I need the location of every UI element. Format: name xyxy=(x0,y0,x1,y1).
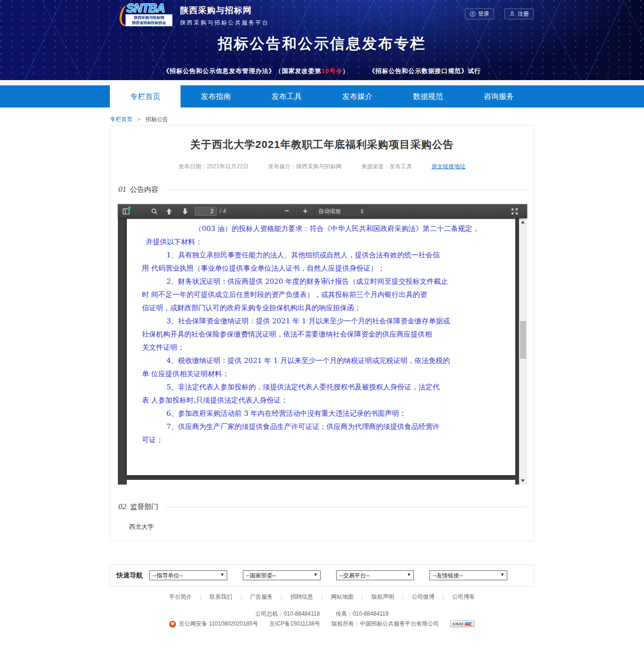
section-title: 公告内容 xyxy=(130,185,158,194)
publish-media: 发布媒介：陕西采购与招标网 xyxy=(268,163,342,170)
original-link[interactable]: 原文链接地址 xyxy=(431,163,465,170)
nav-tab-publish-guide[interactable]: 发布指南 xyxy=(181,85,251,107)
quick-nav-select-wrap: --国家部委-- xyxy=(243,570,321,580)
footer-link-contact-us[interactable]: 联系我们 xyxy=(204,593,239,601)
pdf-text-line: （003 油）的投标人资格能力要求：符合《中华人民共和国政府采购法》第二十二条规… xyxy=(142,222,496,235)
pdf-text-line: 并提供以下材料： xyxy=(142,235,496,248)
pdf-viewer: / 4 − + 自动缩放 （003 油）的投标人资格能力要求：符合《中华人 xyxy=(118,204,527,485)
quick-nav-select-wrap: --交易平台-- xyxy=(336,570,414,580)
pdf-page-text: （003 油）的投标人资格能力要求：符合《中华人民共和国政府采购法》第二十二条规… xyxy=(127,219,515,446)
section-number: 01 xyxy=(118,185,126,194)
footer: 平台简介 ｜ 联系我们 ｜ 广告服务 ｜ 招聘信息 ｜ 网站地图 ｜ 版权声明 … xyxy=(0,593,644,628)
main-nav-inner: 专栏首页 发布指南 发布工具 发布媒介 数据规范 咨询服务 xyxy=(110,85,534,107)
national-ministries-select[interactable]: --国家部委-- xyxy=(243,570,321,580)
copyright-owner: 版权所有：中国招标公共服务平台有限公司 xyxy=(331,620,439,628)
footer-link-blog[interactable]: 公司博客 xyxy=(446,593,481,601)
nav-tab-consulting[interactable]: 咨询服务 xyxy=(463,85,534,107)
pdf-text-line: 社保机构开具的社会保险参保缴费情况证明，依法不需要缴纳社会保障资金的供应商应提供… xyxy=(142,328,496,341)
section-divider xyxy=(166,507,527,507)
pdf-text-line: 单 位应提供相关证明材料； xyxy=(142,367,496,380)
login-button[interactable]: 登录 xyxy=(465,8,494,19)
pdf-prev-page-button[interactable] xyxy=(165,207,173,215)
pdf-toolbar: / 4 − + 自动缩放 xyxy=(118,204,527,218)
quick-nav-select-wrap: --指导单位-- xyxy=(149,570,227,580)
scroll-up-icon[interactable] xyxy=(521,221,525,223)
footer-link-platform-intro[interactable]: 平台简介 xyxy=(163,593,198,601)
register-label: 注册 xyxy=(518,10,529,18)
footer-link-recruitment[interactable]: 招聘信息 xyxy=(284,593,319,601)
toolbar-separator xyxy=(177,207,177,215)
pdf-content-area[interactable]: （003 油）的投标人资格能力要求：符合《中华人民共和国政府采购法》第二十二条规… xyxy=(118,218,519,485)
logo-graphic: SNTBA 陕西采购与招标网 陕西省招标投标协会 xyxy=(119,2,176,28)
regulation-1[interactable]: 《招标公告和公示信息发布管理办法》（国家发改委第10号令） xyxy=(163,67,349,74)
quick-nav-bar: 快速导航 --指导单位-- --国家部委-- --交易平台-- --友情链接-- xyxy=(110,564,534,586)
regulation-1-order-no: 10号令 xyxy=(322,67,342,74)
pdf-presentation-mode-button[interactable] xyxy=(510,207,519,215)
pdf-page-2: （003 油）的投标人资格能力要求：符合《中华人民共和国政府采购法》第二十二条规… xyxy=(127,219,515,475)
footer-link-copyright-notice[interactable]: 版权声明 xyxy=(365,593,400,601)
section-title: 监督部门 xyxy=(130,502,158,511)
pdf-scrollbar[interactable] xyxy=(519,218,527,485)
footer-link-separator: ｜ xyxy=(400,593,406,601)
pdf-text-line: 3、社会保障资金缴纳证明：提供 2021 年 1 月以来至少一个月的社会保障资金… xyxy=(142,314,496,328)
section-announcement-content: 01 公告内容 xyxy=(118,185,527,194)
pdf-text-line: 4、税收缴纳证明：提供 2021 年 1 月以来至少一个月的纳税证明或完税证明，… xyxy=(142,354,496,367)
article-title: 关于西北大学2021年教职工年底福利采购项目采购公告 xyxy=(110,138,534,152)
pdf-zoom-select[interactable]: 自动缩放 xyxy=(315,206,367,216)
pdf-zoom-in-button[interactable]: + xyxy=(301,206,309,216)
pdf-sidebar-toggle-button[interactable] xyxy=(122,207,130,215)
icp-beian-number[interactable]: 京ICP备15011138号 xyxy=(269,620,320,628)
trading-platform-select[interactable]: --交易平台-- xyxy=(336,570,414,580)
pdf-text-line: 用 代码营业执照（事业单位提供事业单位法人证书，自然人应提供身份证）； xyxy=(142,262,496,275)
logo-seal: 陕西采购与招标网 陕西省招标投标协会 xyxy=(125,14,173,26)
footer-link-weibo[interactable]: 公司微博 xyxy=(405,593,440,601)
notification-dot xyxy=(128,206,131,209)
footer-link-separator: ｜ xyxy=(279,593,284,601)
footer-link-ad-service[interactable]: 广告服务 xyxy=(244,593,279,601)
footer-links: 平台简介 ｜ 联系我们 ｜ 广告服务 ｜ 招聘信息 ｜ 网站地图 ｜ 版权声明 … xyxy=(0,593,644,601)
nav-tab-publish-media[interactable]: 发布媒介 xyxy=(322,85,393,107)
scrollbar-thumb[interactable] xyxy=(520,321,526,359)
pdf-text-line: 可证； xyxy=(142,433,496,446)
user-icon xyxy=(509,11,515,17)
company-fax: 传真：010-88484119 xyxy=(336,610,389,617)
pdf-zoom-value: 自动缩放 xyxy=(318,207,341,215)
pdf-text-line: 时 间不足一年的可提供成立后任意时段的资产负债表），或其投标前三个月内银行出具的… xyxy=(142,288,496,301)
scroll-down-icon[interactable] xyxy=(521,479,525,482)
user-circle-icon xyxy=(470,11,476,17)
fullscreen-icon xyxy=(511,208,518,215)
footer-beian: 京公网安备 11010802020185号 京ICP备15011138号 版权所… xyxy=(0,620,644,628)
breadcrumb-separator: > xyxy=(137,116,140,123)
logo-seal-line1: 陕西采购与招标网 xyxy=(134,15,164,20)
nav-tab-column-home[interactable]: 专栏首页 xyxy=(110,85,181,107)
footer-link-sitemap[interactable]: 网站地图 xyxy=(325,593,360,601)
nav-tab-data-standard[interactable]: 数据规范 xyxy=(393,85,463,107)
site-logo[interactable]: SNTBA 陕西采购与招标网 陕西省招标投标协会 陕西采购与招标网 陕西采购与招… xyxy=(119,2,269,28)
friendly-links-select[interactable]: --友情链接-- xyxy=(429,570,507,580)
pdf-page-number-input[interactable] xyxy=(195,207,217,216)
breadcrumb-home[interactable]: 专栏首页 xyxy=(110,116,132,123)
source-channel: 来源渠道：发布工具 xyxy=(361,163,412,170)
footer-link-separator: ｜ xyxy=(198,593,204,601)
arrow-down-icon xyxy=(182,208,189,215)
section-divider xyxy=(166,189,527,190)
pdf-search-button[interactable] xyxy=(150,207,158,215)
toolbar-separator xyxy=(296,207,296,215)
pdf-zoom-out-button[interactable]: − xyxy=(282,206,291,216)
logo-text: 陕西采购与招标网 陕西采购与招标公共服务平台 xyxy=(180,5,269,28)
police-beian-number[interactable]: 京公网安备 11010802020185号 xyxy=(179,620,258,628)
site-tagline: 陕西采购与招标公共服务平台 xyxy=(180,19,269,27)
main-nav: 专栏首页 发布指南 发布工具 发布媒介 数据规范 咨询服务 xyxy=(0,85,644,107)
register-button[interactable]: 注册 xyxy=(504,8,534,19)
pdf-text-line: 6、参加政府采购活动前 3 年内在经营活动中没有重大违法记录的书面声明； xyxy=(142,407,496,420)
cnzz-stats-badge[interactable]: CNZZ xyxy=(450,620,475,627)
pdf-next-page-button[interactable] xyxy=(181,207,189,215)
nav-tab-publish-tools[interactable]: 发布工具 xyxy=(251,85,322,107)
company-phone: 公司总机：010-88484118 xyxy=(256,610,320,617)
guiding-units-select[interactable]: --指导单位-- xyxy=(149,570,227,580)
regulation-2[interactable]: 《招标公告和公示数据接口规范》试行 xyxy=(369,67,481,74)
section-number: 02 xyxy=(118,502,126,511)
select-caret-icon xyxy=(361,209,363,214)
article-meta: 发布日期：2021年11月22日 发布媒介：陕西采购与招标网 来源渠道：发布工具… xyxy=(110,163,534,171)
logo-seal-line2: 陕西省招标投标协会 xyxy=(132,20,166,25)
